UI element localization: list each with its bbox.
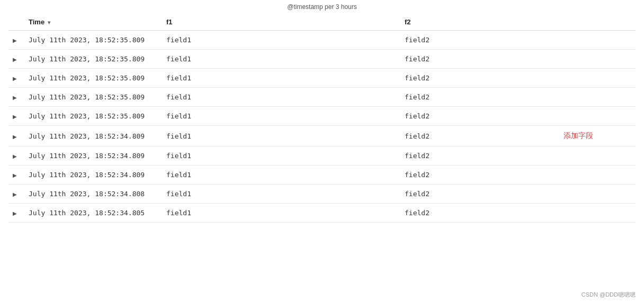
time-cell: July 11th 2023, 18:52:34.809 bbox=[24, 146, 162, 166]
header-subtitle: @timestamp per 3 hours bbox=[0, 0, 644, 13]
f2-cell: field2 bbox=[400, 185, 559, 204]
expand-button[interactable]: ▶ bbox=[13, 134, 17, 140]
table-row: ▶July 11th 2023, 18:52:35.809field1field… bbox=[8, 88, 636, 107]
f1-cell: field1 bbox=[162, 107, 400, 126]
col-time-header[interactable]: Time ▾ bbox=[24, 13, 162, 31]
table-row: ▶July 11th 2023, 18:52:35.809field1field… bbox=[8, 31, 636, 50]
extra-cell bbox=[559, 185, 636, 204]
time-cell: July 11th 2023, 18:52:35.809 bbox=[24, 31, 162, 50]
extra-cell bbox=[559, 204, 636, 223]
expand-button[interactable]: ▶ bbox=[13, 76, 17, 81]
row-expand-cell: ▶ bbox=[8, 50, 24, 69]
extra-cell bbox=[559, 166, 636, 185]
f2-cell: field2 bbox=[400, 31, 559, 50]
extra-cell bbox=[559, 88, 636, 107]
table-row: ▶July 11th 2023, 18:52:35.809field1field… bbox=[8, 69, 636, 88]
extra-cell bbox=[559, 146, 636, 166]
expand-button[interactable]: ▶ bbox=[13, 114, 17, 120]
table-row: ▶July 11th 2023, 18:52:35.809field1field… bbox=[8, 50, 636, 69]
watermark: CSDN @DDD嗯嗯嗯 bbox=[582, 291, 636, 299]
row-expand-cell: ▶ bbox=[8, 166, 24, 185]
expand-button[interactable]: ▶ bbox=[13, 95, 17, 100]
add-field-button[interactable]: 添加字段 bbox=[564, 131, 593, 140]
time-cell: July 11th 2023, 18:52:34.808 bbox=[24, 185, 162, 204]
f1-cell: field1 bbox=[162, 50, 400, 69]
extra-cell bbox=[559, 50, 636, 69]
f2-cell: field2 bbox=[400, 50, 559, 69]
sort-icon[interactable]: ▾ bbox=[48, 20, 50, 25]
f1-cell: field1 bbox=[162, 69, 400, 88]
f1-cell: field1 bbox=[162, 146, 400, 166]
table-row: ▶July 11th 2023, 18:52:34.809field1field… bbox=[8, 126, 636, 146]
table-header-row: Time ▾ f1 f2 bbox=[8, 13, 636, 31]
f1-cell: field1 bbox=[162, 166, 400, 185]
expand-button[interactable]: ▶ bbox=[13, 210, 17, 216]
table-row: ▶July 11th 2023, 18:52:34.808field1field… bbox=[8, 185, 636, 204]
f1-cell: field1 bbox=[162, 204, 400, 223]
row-expand-cell: ▶ bbox=[8, 31, 24, 50]
time-cell: July 11th 2023, 18:52:35.809 bbox=[24, 50, 162, 69]
row-expand-cell: ▶ bbox=[8, 185, 24, 204]
time-cell: July 11th 2023, 18:52:35.809 bbox=[24, 69, 162, 88]
f2-cell: field2 bbox=[400, 204, 559, 223]
table-body: ▶July 11th 2023, 18:52:35.809field1field… bbox=[8, 31, 636, 223]
expand-button[interactable]: ▶ bbox=[13, 172, 17, 178]
time-cell: July 11th 2023, 18:52:34.809 bbox=[24, 166, 162, 185]
extra-cell: 添加字段 bbox=[559, 126, 636, 146]
expand-button[interactable]: ▶ bbox=[13, 38, 17, 43]
time-cell: July 11th 2023, 18:52:34.809 bbox=[24, 126, 162, 146]
row-expand-cell: ▶ bbox=[8, 88, 24, 107]
col-f1-header: f1 bbox=[162, 13, 400, 31]
row-expand-cell: ▶ bbox=[8, 126, 24, 146]
table-row: ▶July 11th 2023, 18:52:35.809field1field… bbox=[8, 107, 636, 126]
f2-cell: field2 bbox=[400, 107, 559, 126]
table-row: ▶July 11th 2023, 18:52:34.809field1field… bbox=[8, 166, 636, 185]
row-expand-cell: ▶ bbox=[8, 107, 24, 126]
data-table: Time ▾ f1 f2 ▶July 11th 2023, 18:52:35.8… bbox=[8, 13, 636, 223]
expand-button[interactable]: ▶ bbox=[13, 57, 17, 62]
table-container: Time ▾ f1 f2 ▶July 11th 2023, 18:52:35.8… bbox=[0, 13, 644, 223]
time-cell: July 11th 2023, 18:52:34.805 bbox=[24, 204, 162, 223]
row-expand-cell: ▶ bbox=[8, 69, 24, 88]
f1-cell: field1 bbox=[162, 185, 400, 204]
f2-cell: field2 bbox=[400, 166, 559, 185]
table-row: ▶July 11th 2023, 18:52:34.805field1field… bbox=[8, 204, 636, 223]
extra-cell bbox=[559, 69, 636, 88]
page-container: @timestamp per 3 hours Time ▾ f1 f2 ▶Jul… bbox=[0, 0, 644, 303]
f2-cell: field2 bbox=[400, 146, 559, 166]
row-expand-cell: ▶ bbox=[8, 204, 24, 223]
col-expand-header bbox=[8, 13, 24, 31]
f1-cell: field1 bbox=[162, 31, 400, 50]
f2-cell: field2 bbox=[400, 88, 559, 107]
col-extra-header bbox=[559, 13, 636, 31]
f2-cell: field2 bbox=[400, 69, 559, 88]
f1-cell: field1 bbox=[162, 88, 400, 107]
time-cell: July 11th 2023, 18:52:35.809 bbox=[24, 107, 162, 126]
f1-cell: field1 bbox=[162, 126, 400, 146]
row-expand-cell: ▶ bbox=[8, 146, 24, 166]
expand-button[interactable]: ▶ bbox=[13, 153, 17, 159]
extra-cell bbox=[559, 31, 636, 50]
f2-cell: field2 bbox=[400, 126, 559, 146]
table-row: ▶July 11th 2023, 18:52:34.809field1field… bbox=[8, 146, 636, 166]
time-cell: July 11th 2023, 18:52:35.809 bbox=[24, 88, 162, 107]
col-f2-header: f2 bbox=[400, 13, 559, 31]
extra-cell bbox=[559, 107, 636, 126]
expand-button[interactable]: ▶ bbox=[13, 191, 17, 197]
